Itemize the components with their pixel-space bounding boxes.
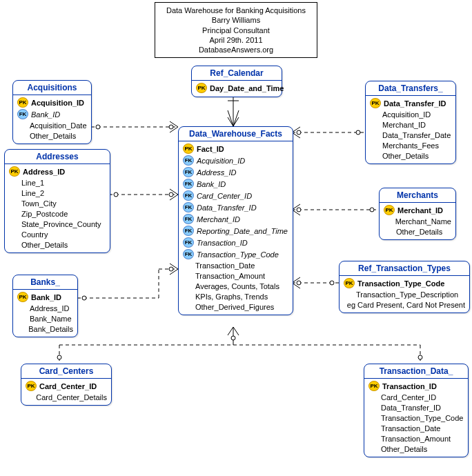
key-spacer <box>183 271 193 280</box>
svg-point-7 <box>114 192 118 197</box>
entity-title: Merchants <box>380 188 455 203</box>
key-spacer <box>9 230 19 239</box>
entity-facts: Data_Warehouse_Facts PKFact_IDFKAcquisit… <box>178 126 293 315</box>
fk-icon: FK <box>183 167 194 177</box>
column-name: Transaction_Date <box>195 261 255 270</box>
pk-icon: PK <box>183 143 194 154</box>
svg-point-13 <box>169 267 173 271</box>
column-row: Transaction_Date <box>367 423 465 433</box>
entity-body: PKMerchant_IDMerchant_NameOther_Details <box>380 203 455 239</box>
column-name: Averages, Counts, Totals <box>195 282 279 290</box>
column-row: PKFact_ID <box>181 143 290 155</box>
column-name: Fact_ID <box>197 145 224 153</box>
column-row: Address_ID <box>16 303 75 313</box>
entity-merchants: Merchants PKMerchant_IDMerchant_NameOthe… <box>379 188 456 240</box>
key-spacer <box>370 120 380 129</box>
column-row: Data_Transfer_Date <box>368 130 453 140</box>
column-name: Town_City <box>21 199 57 208</box>
entity-title: Acquisitions <box>13 81 91 95</box>
key-spacer <box>9 199 19 208</box>
column-name: Other_Details <box>381 445 427 453</box>
column-row: FKMerchant_ID <box>181 213 290 225</box>
key-spacer <box>183 281 193 290</box>
column-name: Merchant_ID <box>197 215 240 224</box>
svg-point-18 <box>370 208 374 212</box>
key-spacer <box>368 444 378 453</box>
header-line: Principal Consultant <box>164 26 308 35</box>
column-row: Other_Derived_Figures <box>181 301 290 312</box>
column-row: Other_Details <box>368 150 453 161</box>
key-spacer <box>9 188 19 197</box>
column-name: Other_Details <box>30 132 76 140</box>
column-row: State_Province_County <box>8 219 107 229</box>
key-spacer <box>9 178 19 187</box>
fk-icon: FK <box>183 226 194 236</box>
column-row: FKTransaction_ID <box>181 237 290 248</box>
column-row: Transaction_Type_Description <box>342 289 466 299</box>
key-spacer <box>368 413 378 422</box>
pk-icon: PK <box>17 292 28 302</box>
column-row: Other_Details <box>382 226 453 237</box>
column-name: State_Province_County <box>21 220 101 228</box>
column-name: Other_Details <box>382 152 429 160</box>
column-row: Country <box>8 229 107 239</box>
svg-point-21 <box>330 281 334 285</box>
key-spacer <box>368 393 378 401</box>
entity-title: Transaction_Data_ <box>364 364 468 379</box>
entity-body: PKAcquisition_IDFKBank_IDAcquisition_Dat… <box>13 95 91 143</box>
fk-icon: FK <box>183 237 194 248</box>
column-row: Averages, Counts, Totals <box>181 281 290 291</box>
column-name: Other_Details <box>21 241 68 249</box>
diagram-header: Data Warehouse for Banking Acquisitions … <box>155 2 317 58</box>
column-name: Data_Transfer_Date <box>382 131 451 139</box>
svg-point-29 <box>418 355 422 359</box>
key-spacer <box>370 141 380 150</box>
column-row: KPIs, Graphs, Trends <box>181 291 290 301</box>
column-name: Bank_Name <box>30 315 72 323</box>
column-name: Transaction_Date <box>381 424 440 433</box>
key-spacer <box>368 424 378 433</box>
column-name: Transaction_Type_Description <box>356 290 458 299</box>
entity-ref-txn-types: Ref_Transaction_Types PKTransaction_Type… <box>339 261 470 313</box>
column-row: PKAcquisition_ID <box>16 97 88 108</box>
key-spacer <box>384 217 393 226</box>
column-row: PKDay_Date_and_Time <box>195 82 279 94</box>
key-spacer <box>17 121 27 130</box>
fk-icon: FK <box>183 202 194 212</box>
column-name: Acquisition_ID <box>31 99 84 107</box>
column-row: PKAddress_ID <box>8 166 107 177</box>
column-name: Transaction_Type_Code <box>357 279 444 288</box>
entity-ref-calendar: Ref_Calendar PKDay_Date_and_Time <box>191 66 282 97</box>
column-row: Transaction_Amount <box>181 270 290 281</box>
fk-icon: FK <box>183 214 194 224</box>
column-row: PKData_Transfer_ID <box>368 97 453 109</box>
key-spacer <box>370 110 380 119</box>
column-row: PKCard_Center_ID <box>24 380 108 392</box>
column-name: Address_ID <box>30 304 69 313</box>
fk-icon: FK <box>183 190 194 201</box>
column-name: Card_Center_Details <box>36 393 107 401</box>
column-name: Data_Transfer_ID <box>197 204 257 212</box>
fk-icon: FK <box>183 155 194 166</box>
pk-icon: PK <box>9 166 20 177</box>
column-row: Zip_Postcode <box>8 208 107 219</box>
column-row: FKData_Transfer_ID <box>181 201 290 213</box>
svg-point-27 <box>57 355 61 359</box>
column-name: Day_Date_and_Time <box>210 84 284 92</box>
column-name: Data_Transfer_ID <box>381 404 441 412</box>
column-name: Merchant_ID <box>382 121 426 129</box>
svg-point-16 <box>297 130 301 135</box>
column-name: Country <box>21 230 48 239</box>
column-name: Acquisition_ID <box>382 110 431 119</box>
column-name: Data_Transfer_ID <box>384 99 446 108</box>
column-row: Transaction_Amount <box>367 433 465 444</box>
column-row: FKBank_ID <box>16 108 88 120</box>
column-row: FKBank_ID <box>181 178 290 190</box>
entity-title: Ref_Transaction_Types <box>340 261 469 276</box>
entity-body: PKData_Transfer_IDAcquisition_IDMerchant… <box>366 96 455 163</box>
column-name: Line_2 <box>21 189 44 197</box>
key-spacer <box>344 300 344 309</box>
entity-body: PKFact_IDFKAcquisition_IDFKAddress_IDFKB… <box>179 141 293 315</box>
entity-transaction-data: Transaction_Data_ PKTransaction_IDCard_C… <box>364 364 469 457</box>
entity-card-centers: Card_Centers PKCard_Center_IDCard_Center… <box>21 364 112 406</box>
